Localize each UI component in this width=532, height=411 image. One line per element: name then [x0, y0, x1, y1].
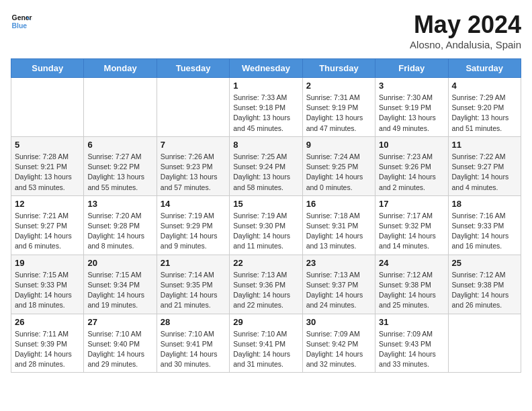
- day-number: 29: [233, 317, 298, 327]
- day-info: Sunrise: 7:09 AMSunset: 9:43 PMDaylight:…: [379, 329, 444, 370]
- calendar-cell: 19Sunrise: 7:15 AMSunset: 9:33 PMDayligh…: [11, 255, 84, 314]
- day-info: Sunrise: 7:13 AMSunset: 9:36 PMDaylight:…: [233, 270, 298, 311]
- calendar-cell: 13Sunrise: 7:20 AMSunset: 9:28 PMDayligh…: [84, 195, 157, 255]
- day-number: 5: [15, 140, 80, 150]
- day-number: 22: [233, 258, 298, 268]
- day-number: 8: [233, 140, 298, 150]
- day-number: 19: [15, 258, 80, 268]
- calendar-cell: 15Sunrise: 7:19 AMSunset: 9:30 PMDayligh…: [230, 195, 302, 255]
- day-info: Sunrise: 7:15 AMSunset: 9:34 PMDaylight:…: [87, 270, 152, 311]
- calendar-cell: 10Sunrise: 7:23 AMSunset: 9:26 PMDayligh…: [375, 136, 448, 195]
- day-number: 27: [87, 317, 152, 327]
- calendar-cell: 20Sunrise: 7:15 AMSunset: 9:34 PMDayligh…: [84, 255, 157, 314]
- day-number: 9: [306, 140, 371, 150]
- calendar-cell: 29Sunrise: 7:10 AMSunset: 9:41 PMDayligh…: [230, 314, 302, 373]
- month-year-title: May 2024: [410, 11, 521, 39]
- day-info: Sunrise: 7:13 AMSunset: 9:37 PMDaylight:…: [306, 270, 371, 311]
- calendar-week-row: 5Sunrise: 7:28 AMSunset: 9:21 PMDaylight…: [11, 136, 521, 195]
- calendar-cell: 9Sunrise: 7:24 AMSunset: 9:25 PMDaylight…: [302, 136, 375, 195]
- calendar-cell: 4Sunrise: 7:29 AMSunset: 9:20 PMDaylight…: [448, 78, 521, 137]
- day-info: Sunrise: 7:17 AMSunset: 9:32 PMDaylight:…: [379, 211, 444, 252]
- day-info: Sunrise: 7:11 AMSunset: 9:39 PMDaylight:…: [15, 329, 80, 370]
- day-info: Sunrise: 7:28 AMSunset: 9:21 PMDaylight:…: [15, 152, 80, 193]
- calendar-week-row: 1Sunrise: 7:33 AMSunset: 9:18 PMDaylight…: [11, 78, 521, 137]
- day-number: 2: [306, 81, 371, 91]
- day-number: 20: [87, 258, 152, 268]
- calendar-cell: 11Sunrise: 7:22 AMSunset: 9:27 PMDayligh…: [448, 136, 521, 195]
- day-number: 21: [161, 258, 226, 268]
- day-number: 1: [233, 81, 298, 91]
- day-info: Sunrise: 7:24 AMSunset: 9:25 PMDaylight:…: [306, 152, 371, 193]
- day-info: Sunrise: 7:14 AMSunset: 9:35 PMDaylight:…: [161, 270, 226, 311]
- calendar-cell: 3Sunrise: 7:30 AMSunset: 9:19 PMDaylight…: [375, 78, 448, 137]
- day-info: Sunrise: 7:12 AMSunset: 9:38 PMDaylight:…: [379, 270, 444, 311]
- day-info: Sunrise: 7:26 AMSunset: 9:23 PMDaylight:…: [161, 152, 226, 193]
- calendar-week-row: 26Sunrise: 7:11 AMSunset: 9:39 PMDayligh…: [11, 314, 521, 373]
- day-number: 13: [87, 199, 152, 209]
- day-info: Sunrise: 7:30 AMSunset: 9:19 PMDaylight:…: [379, 93, 444, 134]
- calendar-cell: [448, 314, 521, 373]
- day-info: Sunrise: 7:25 AMSunset: 9:24 PMDaylight:…: [233, 152, 298, 193]
- day-number: 12: [15, 199, 80, 209]
- day-number: 3: [379, 81, 444, 91]
- calendar-table: SundayMondayTuesdayWednesdayThursdayFrid…: [11, 58, 521, 373]
- calendar-week-row: 19Sunrise: 7:15 AMSunset: 9:33 PMDayligh…: [11, 255, 521, 314]
- day-number: 17: [379, 199, 444, 209]
- day-info: Sunrise: 7:23 AMSunset: 9:26 PMDaylight:…: [379, 152, 444, 193]
- day-number: 26: [15, 317, 80, 327]
- calendar-cell: 25Sunrise: 7:12 AMSunset: 9:38 PMDayligh…: [448, 255, 521, 314]
- day-info: Sunrise: 7:31 AMSunset: 9:19 PMDaylight:…: [306, 93, 371, 134]
- day-number: 6: [87, 140, 152, 150]
- day-info: Sunrise: 7:18 AMSunset: 9:31 PMDaylight:…: [306, 211, 371, 252]
- calendar-week-row: 12Sunrise: 7:21 AMSunset: 9:27 PMDayligh…: [11, 195, 521, 255]
- day-info: Sunrise: 7:19 AMSunset: 9:29 PMDaylight:…: [161, 211, 226, 252]
- calendar-cell: 17Sunrise: 7:17 AMSunset: 9:32 PMDayligh…: [375, 195, 448, 255]
- calendar-cell: 22Sunrise: 7:13 AMSunset: 9:36 PMDayligh…: [230, 255, 302, 314]
- day-number: 18: [452, 199, 517, 209]
- column-header-monday: Monday: [84, 59, 157, 78]
- column-header-thursday: Thursday: [302, 59, 375, 78]
- calendar-cell: 26Sunrise: 7:11 AMSunset: 9:39 PMDayligh…: [11, 314, 84, 373]
- day-info: Sunrise: 7:19 AMSunset: 9:30 PMDaylight:…: [233, 211, 298, 252]
- day-number: 25: [452, 258, 517, 268]
- column-header-friday: Friday: [375, 59, 448, 78]
- day-number: 16: [306, 199, 371, 209]
- calendar-cell: [84, 78, 157, 137]
- day-info: Sunrise: 7:29 AMSunset: 9:20 PMDaylight:…: [452, 93, 517, 134]
- day-info: Sunrise: 7:10 AMSunset: 9:41 PMDaylight:…: [233, 329, 298, 370]
- column-header-saturday: Saturday: [448, 59, 521, 78]
- day-info: Sunrise: 7:21 AMSunset: 9:27 PMDaylight:…: [15, 211, 80, 252]
- calendar-header-row: SundayMondayTuesdayWednesdayThursdayFrid…: [11, 59, 521, 78]
- day-number: 4: [452, 81, 517, 91]
- day-info: Sunrise: 7:16 AMSunset: 9:33 PMDaylight:…: [452, 211, 517, 252]
- day-info: Sunrise: 7:10 AMSunset: 9:41 PMDaylight:…: [161, 329, 226, 370]
- day-info: Sunrise: 7:10 AMSunset: 9:40 PMDaylight:…: [87, 329, 152, 370]
- calendar-cell: 7Sunrise: 7:26 AMSunset: 9:23 PMDaylight…: [157, 136, 229, 195]
- location-subtitle: Alosno, Andalusia, Spain: [410, 39, 521, 50]
- calendar-cell: [157, 78, 229, 137]
- calendar-cell: 31Sunrise: 7:09 AMSunset: 9:43 PMDayligh…: [375, 314, 448, 373]
- calendar-cell: [11, 78, 84, 137]
- day-number: 15: [233, 199, 298, 209]
- svg-text:Blue: Blue: [12, 22, 28, 30]
- day-info: Sunrise: 7:22 AMSunset: 9:27 PMDaylight:…: [452, 152, 517, 193]
- day-number: 31: [379, 317, 444, 327]
- day-number: 30: [306, 317, 371, 327]
- column-header-tuesday: Tuesday: [157, 59, 229, 78]
- logo-icon: General Blue: [11, 11, 32, 32]
- calendar-cell: 1Sunrise: 7:33 AMSunset: 9:18 PMDaylight…: [230, 78, 302, 137]
- title-block: May 2024 Alosno, Andalusia, Spain: [410, 11, 521, 50]
- day-info: Sunrise: 7:09 AMSunset: 9:42 PMDaylight:…: [306, 329, 371, 370]
- day-number: 7: [161, 140, 226, 150]
- calendar-cell: 28Sunrise: 7:10 AMSunset: 9:41 PMDayligh…: [157, 314, 229, 373]
- calendar-cell: 6Sunrise: 7:27 AMSunset: 9:22 PMDaylight…: [84, 136, 157, 195]
- logo: General Blue: [11, 11, 32, 32]
- calendar-cell: 21Sunrise: 7:14 AMSunset: 9:35 PMDayligh…: [157, 255, 229, 314]
- column-header-sunday: Sunday: [11, 59, 84, 78]
- calendar-cell: 16Sunrise: 7:18 AMSunset: 9:31 PMDayligh…: [302, 195, 375, 255]
- svg-text:General: General: [12, 14, 32, 21]
- calendar-cell: 2Sunrise: 7:31 AMSunset: 9:19 PMDaylight…: [302, 78, 375, 137]
- page-header: General Blue May 2024 Alosno, Andalusia,…: [11, 11, 521, 50]
- day-number: 23: [306, 258, 371, 268]
- day-info: Sunrise: 7:12 AMSunset: 9:38 PMDaylight:…: [452, 270, 517, 311]
